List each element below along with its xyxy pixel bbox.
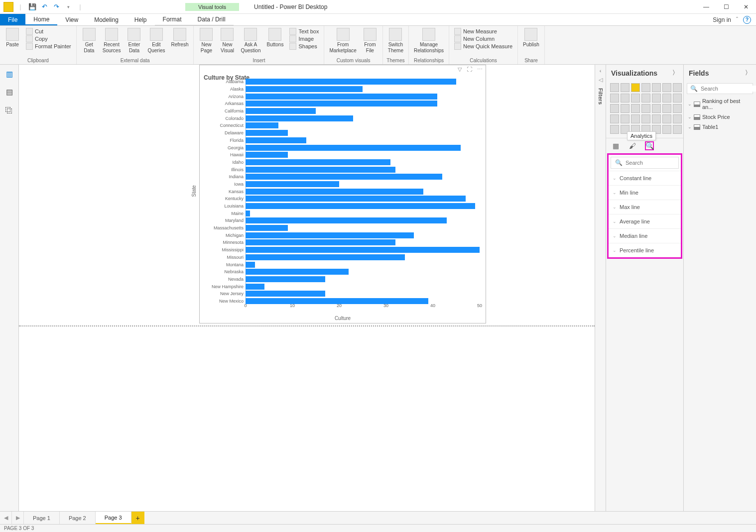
sign-in-link[interactable]: Sign in (713, 16, 731, 23)
fields-search[interactable]: 🔍 (687, 83, 753, 94)
filters-pane-collapsed[interactable]: ‹ ◁ Filters (595, 65, 606, 511)
bar[interactable] (246, 152, 288, 158)
visualization-type-icon[interactable] (631, 83, 640, 92)
visualization-type-icon[interactable] (621, 94, 630, 103)
visual-filter-icon[interactable]: ▽ (458, 66, 462, 72)
report-canvas[interactable]: ▽ ⛶ ⋯ Culture by State State AlabamaAlas… (19, 65, 595, 511)
visualization-type-icon[interactable] (641, 114, 650, 123)
visualization-type-icon[interactable] (652, 83, 661, 92)
analytics-search-input[interactable] (626, 160, 694, 166)
visualization-type-icon[interactable] (631, 94, 640, 103)
tab-format[interactable]: Format (155, 14, 190, 25)
analytics-item[interactable]: ⌄Max line (609, 200, 681, 214)
tab-file[interactable]: File (0, 14, 25, 25)
analytics-tab-icon[interactable]: 🔍 (645, 141, 654, 150)
add-page-button[interactable]: + (131, 512, 144, 524)
visualization-type-icon[interactable] (662, 125, 671, 134)
analytics-item[interactable]: ⌄Min line (609, 185, 681, 200)
analytics-search[interactable]: 🔍 (611, 157, 679, 169)
analytics-item[interactable]: ⌄Average line (609, 214, 681, 228)
shapes-button[interactable]: Shapes (289, 43, 319, 50)
enter-data-button[interactable]: Enter Data (125, 27, 143, 54)
new-page-button[interactable]: New Page (197, 27, 216, 54)
bar[interactable] (246, 79, 456, 85)
redo-icon[interactable]: ↷ (51, 1, 62, 12)
visualization-type-icon[interactable] (662, 94, 671, 103)
new-quick-measure-button[interactable]: New Quick Measure (454, 43, 512, 50)
bar[interactable] (246, 225, 288, 231)
new-column-button[interactable]: New Column (454, 35, 512, 42)
refresh-button[interactable]: Refresh (169, 27, 190, 49)
analytics-item[interactable]: ⌄Constant line (609, 171, 681, 185)
visualization-type-icon[interactable] (610, 125, 619, 134)
maximize-button[interactable]: ☐ (716, 0, 736, 14)
filters-edit-icon[interactable]: ◁ (599, 77, 603, 83)
page-prev-button[interactable]: ◀ (0, 512, 12, 524)
bar[interactable] (246, 122, 278, 128)
page-tab-3[interactable]: Page 3 (96, 512, 131, 524)
bar[interactable] (246, 254, 405, 260)
page-tab-2[interactable]: Page 2 (60, 512, 96, 524)
bar[interactable] (246, 167, 395, 173)
bar[interactable] (246, 196, 466, 202)
fields-search-input[interactable] (701, 86, 756, 92)
publish-button[interactable]: Publish (521, 27, 541, 49)
collapse-fields-icon[interactable]: 〉 (745, 69, 751, 77)
visualization-type-icon[interactable] (621, 83, 630, 92)
bar[interactable] (246, 232, 414, 238)
bar[interactable] (246, 284, 264, 290)
visualization-type-icon[interactable] (662, 104, 671, 113)
visualization-type-icon[interactable] (641, 83, 650, 92)
chevron-up-icon[interactable]: ˆ (736, 16, 738, 23)
visualization-type-icon[interactable] (662, 83, 671, 92)
bar[interactable] (246, 130, 288, 136)
new-measure-button[interactable]: New Measure (454, 28, 512, 35)
bar[interactable] (246, 94, 437, 100)
bar[interactable] (246, 247, 480, 253)
visualization-type-icon[interactable] (631, 104, 640, 113)
bar[interactable] (246, 262, 255, 268)
paste-button[interactable]: Paste (3, 27, 22, 49)
bar[interactable] (246, 276, 325, 282)
close-button[interactable]: ✕ (736, 0, 756, 14)
text-box-button[interactable]: Text box (289, 28, 319, 35)
copy-button[interactable]: Copy (26, 35, 71, 42)
visualization-type-icon[interactable] (631, 114, 640, 123)
visualization-type-icon[interactable] (673, 83, 682, 92)
from-file-button[interactable]: From File (361, 27, 379, 54)
visualization-type-icon[interactable] (673, 114, 682, 123)
visualization-type-icon[interactable] (610, 83, 619, 92)
undo-icon[interactable]: ↶ (39, 1, 50, 12)
switch-theme-button[interactable]: Switch Theme (386, 27, 405, 54)
visual-focus-icon[interactable]: ⛶ (467, 66, 472, 72)
minimize-button[interactable]: ― (696, 0, 716, 14)
field-table[interactable]: ⌄Stock Price (684, 112, 756, 122)
bar-chart-visual[interactable]: ▽ ⛶ ⋯ Culture by State State AlabamaAlas… (199, 65, 486, 323)
new-visual-button[interactable]: New Visual (218, 27, 237, 54)
page-tab-1[interactable]: Page 1 (24, 512, 60, 524)
field-table[interactable]: ⌄Ranking of best an... (684, 96, 756, 112)
bar[interactable] (246, 203, 475, 209)
visualization-type-icon[interactable] (673, 125, 682, 134)
page-next-button[interactable]: ▶ (12, 512, 24, 524)
model-view-icon[interactable]: ⿻ (4, 105, 15, 115)
visualization-type-icon[interactable] (673, 94, 682, 103)
get-data-button[interactable]: Get Data (80, 27, 99, 54)
cut-button[interactable]: Cut (26, 28, 71, 35)
bar[interactable] (246, 239, 395, 245)
bar[interactable] (246, 217, 447, 223)
bar[interactable] (246, 159, 390, 165)
data-view-icon[interactable]: ▤ (4, 87, 15, 98)
image-button[interactable]: Image (289, 35, 319, 42)
bar[interactable] (246, 189, 423, 195)
visualization-type-icon[interactable] (662, 114, 671, 123)
save-icon[interactable]: 💾 (27, 1, 38, 12)
field-table[interactable]: ⌄Table1 (684, 122, 756, 132)
expand-filters-icon[interactable]: ‹ (600, 68, 602, 74)
bar[interactable] (246, 291, 325, 297)
visualization-type-icon[interactable] (621, 104, 630, 113)
visualization-type-icon[interactable] (641, 94, 650, 103)
visual-more-icon[interactable]: ⋯ (477, 66, 483, 72)
fields-tab-icon[interactable]: ▦ (611, 141, 620, 150)
edit-queries-button[interactable]: Edit Queries (145, 27, 167, 54)
